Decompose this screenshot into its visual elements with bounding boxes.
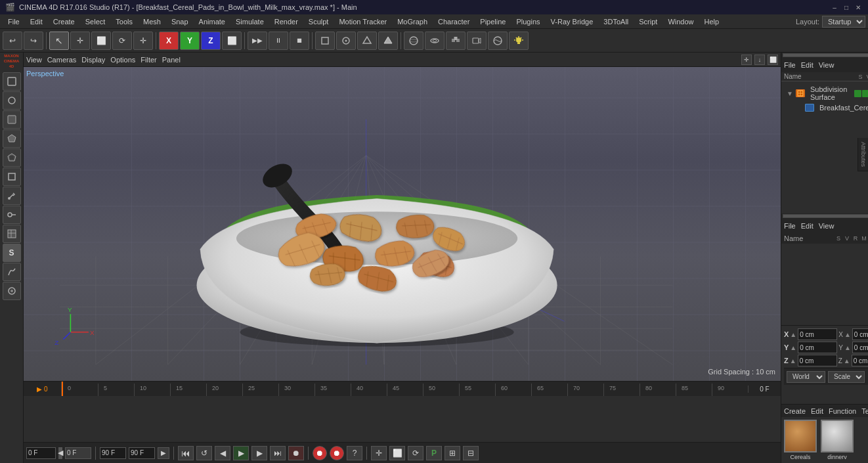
world-btn[interactable]: ⬜ [222, 32, 242, 50]
coord-y-size[interactable] [852, 342, 868, 353]
menu-animate[interactable]: Animate [194, 16, 230, 27]
s-sidebar-btn[interactable]: S [3, 244, 21, 262]
menu-motion-tracker[interactable]: Motion Tracker [334, 16, 392, 27]
redo-btn[interactable]: ↪ [24, 32, 43, 50]
texture-sidebar-btn[interactable] [3, 225, 21, 243]
menu-vray[interactable]: V-Ray Bridge [546, 16, 599, 27]
tweak-sidebar-btn[interactable] [3, 206, 21, 224]
timeline-ruler-track[interactable]: 0 5 10 15 20 25 30 35 40 45 50 55 60 65 [62, 382, 748, 396]
poly-sidebar-btn[interactable] [3, 129, 21, 148]
attr-scrollbar-thumb[interactable] [783, 215, 868, 217]
mat-swatch-dinnerv[interactable] [821, 420, 854, 452]
grid-tl-btn[interactable]: ⊞ [445, 446, 460, 460]
menu-window[interactable]: Window [662, 16, 699, 27]
coord-z-size[interactable] [852, 355, 868, 366]
undo-btn[interactable]: ↩ [3, 32, 22, 50]
record-btn[interactable]: ⏺ [288, 446, 304, 460]
viewport-filter-menu[interactable]: Filter [141, 56, 156, 64]
menu-pipeline[interactable]: Pipeline [475, 16, 511, 27]
scrollbar-thumb-top[interactable] [783, 54, 868, 56]
model-sidebar-btn[interactable] [3, 167, 21, 186]
mat-edit-menu[interactable]: Edit [811, 407, 823, 415]
mat-create-menu[interactable]: Create [784, 407, 806, 415]
go-start-btn[interactable]: ⏮ [178, 446, 194, 460]
menu-mesh[interactable]: Mesh [138, 16, 166, 27]
snap-tl-btn[interactable]: ✛ [371, 446, 387, 460]
obj-file-menu[interactable]: File [784, 61, 796, 69]
menu-tools[interactable]: Tools [110, 16, 138, 27]
render-region-btn[interactable]: ▶▶ [248, 32, 267, 50]
menu-sculpt[interactable]: Sculpt [303, 16, 334, 27]
viewport-cameras-menu[interactable]: Cameras [47, 56, 77, 64]
move-tool-btn[interactable]: ✛ [70, 32, 90, 50]
auto-key-btn[interactable]: ⏺ [330, 446, 344, 460]
torus-btn[interactable] [425, 32, 445, 50]
coord-z-sub-up[interactable]: ▲ [844, 357, 850, 364]
transform-tool-btn[interactable]: ✛ [133, 32, 153, 50]
menu-select[interactable]: Select [80, 16, 111, 27]
viewport-display-menu[interactable]: Display [81, 56, 105, 64]
mat-function-menu[interactable]: Function [829, 407, 856, 415]
edges-sidebar-btn[interactable] [3, 110, 21, 129]
start-frame-input[interactable] [65, 447, 91, 459]
camera-btn[interactable] [467, 32, 487, 50]
y-axis-btn[interactable]: Y [180, 32, 200, 50]
attr-file-menu[interactable]: File [784, 222, 796, 230]
vp-icon-2[interactable]: ↓ [754, 55, 765, 65]
timeline-track[interactable] [24, 396, 781, 442]
key-help-btn[interactable]: ? [347, 446, 362, 460]
minimize-btn[interactable]: – [830, 3, 839, 12]
uv-sidebar-btn[interactable] [3, 148, 21, 167]
coord-x-sub-up[interactable]: ▲ [844, 331, 851, 338]
scrollbar-track-top[interactable] [783, 53, 868, 57]
menu-mograph[interactable]: MoGraph [392, 16, 433, 27]
go-end-btn[interactable]: ⏭ [270, 446, 286, 460]
tree-item-cereal[interactable]: Breakfast_Cereal_Pads_in_Bowl_v [784, 102, 868, 113]
sky-btn[interactable] [488, 32, 508, 50]
weight-sidebar-btn[interactable] [3, 282, 21, 300]
region-tl-btn[interactable]: ⬜ [389, 446, 405, 460]
scale-tool-btn[interactable]: ⬜ [91, 32, 111, 50]
menu-3dtoall[interactable]: 3DToAll [598, 16, 634, 27]
edge-mode-btn[interactable] [357, 32, 377, 50]
menu-help[interactable]: Help [699, 16, 725, 27]
scale-select[interactable]: Scale Size [828, 371, 865, 383]
fps-arrow[interactable]: ▶ [158, 447, 169, 459]
end-frame-display[interactable] [100, 447, 126, 459]
flag-v[interactable] [862, 90, 868, 97]
current-frame-input[interactable] [26, 447, 56, 459]
mat-dinnerv[interactable]: dinnerv [821, 420, 854, 460]
attr-edit-menu[interactable]: Edit [801, 222, 814, 230]
coord-y-up[interactable]: ▲ [790, 344, 796, 351]
motion-tl-btn[interactable]: P [426, 446, 442, 460]
render-active-btn[interactable]: ⏹ [290, 32, 309, 50]
menu-script[interactable]: Script [634, 16, 662, 27]
viewport-options-menu[interactable]: Options [110, 56, 135, 64]
attr-view-menu[interactable]: View [819, 222, 835, 230]
maximize-btn[interactable]: □ [842, 3, 851, 12]
coord-z-up[interactable]: ▲ [790, 357, 796, 364]
coord-y-pos[interactable] [798, 342, 837, 353]
world-select[interactable]: World Object [787, 371, 825, 383]
attr-scrollbar[interactable] [781, 213, 868, 219]
menu-file[interactable]: File [3, 16, 25, 27]
light-btn[interactable] [509, 32, 529, 50]
loop-btn[interactable]: ↺ [196, 446, 212, 460]
window-controls[interactable]: – □ ✕ [830, 3, 863, 12]
coord-x-pos[interactable] [798, 328, 837, 340]
select-tool-btn[interactable]: ↖ [49, 32, 69, 50]
mat-cereals[interactable]: Cereals [784, 420, 817, 460]
layout-dropdown[interactable]: Startup [822, 16, 865, 28]
vp-icon-1[interactable]: ✛ [741, 55, 752, 65]
menu-snap[interactable]: Snap [166, 16, 194, 27]
point-mode-btn[interactable] [336, 32, 356, 50]
mat-swatch-cereals[interactable] [784, 420, 817, 452]
scrollbar-top[interactable]: ▶ [781, 53, 868, 58]
preview-tl-btn[interactable]: ⟳ [408, 446, 423, 460]
menu-plugins[interactable]: Plugins [511, 16, 545, 27]
viewport-panel-menu[interactable]: Panel [162, 56, 181, 64]
attr-scrollbar-track[interactable] [783, 214, 868, 218]
tool-sidebar-btn[interactable] [3, 187, 21, 205]
next-frame-btn[interactable]: ▶ [251, 446, 267, 460]
menu-edit[interactable]: Edit [25, 16, 48, 27]
